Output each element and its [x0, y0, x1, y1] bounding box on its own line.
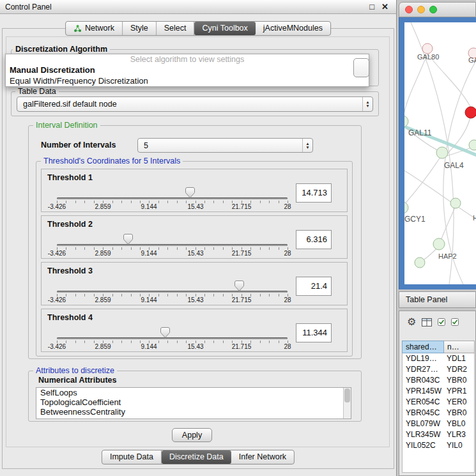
- cell[interactable]: YBL079W: [403, 418, 444, 429]
- bottom-tabstrip: Impute Data Discretize Data Infer Networ…: [102, 450, 295, 464]
- cell[interactable]: YBR0: [444, 408, 466, 418]
- node-bottom[interactable]: [415, 257, 425, 268]
- cell[interactable]: YLR345W: [403, 429, 444, 440]
- column-header-shared-name[interactable]: shared…: [402, 341, 444, 353]
- algorithm-combobox-endcap[interactable]: [353, 58, 369, 77]
- node-gcy1[interactable]: [404, 202, 408, 213]
- num-intervals-stepper-icon[interactable]: ▲▼: [302, 139, 312, 152]
- close-traffic-light-icon[interactable]: [405, 6, 413, 13]
- num-intervals-combobox[interactable]: 5 ▲▼: [137, 138, 313, 153]
- cell[interactable]: YIL052C: [403, 440, 444, 451]
- select-none-checkbox-icon[interactable]: [451, 318, 459, 326]
- cell[interactable]: YBR045C: [403, 408, 444, 418]
- tab-cyni-toolbox[interactable]: Cyni Toolbox: [194, 22, 255, 35]
- tab-network[interactable]: Network: [66, 22, 123, 35]
- node-label-gal4: GAL4: [444, 161, 464, 170]
- cell[interactable]: YPR1: [444, 386, 466, 397]
- tab-jactivemnodules[interactable]: jActiveMNodules: [256, 22, 330, 35]
- cell[interactable]: YDR27…: [403, 364, 444, 375]
- cell[interactable]: YDL19…: [403, 353, 444, 364]
- node-hap2[interactable]: [433, 238, 445, 250]
- node-gal11[interactable]: [404, 116, 408, 127]
- columns-icon[interactable]: [422, 318, 432, 326]
- table-row[interactable]: YER054CYER0: [403, 397, 474, 408]
- threshold-2-slider-thumb[interactable]: [123, 234, 133, 245]
- tab-impute-data[interactable]: Impute Data: [102, 450, 162, 464]
- cell[interactable]: YBR043C: [403, 375, 444, 386]
- threshold-4-label: Threshold 4: [47, 313, 93, 322]
- table-row[interactable]: YDR27…YDR2: [403, 364, 474, 375]
- tab-infer-network[interactable]: Infer Network: [231, 450, 294, 464]
- close-window-icon[interactable]: ✕: [381, 0, 388, 14]
- tick-label: 2.859: [89, 343, 117, 350]
- tick-label: -3.426: [43, 343, 71, 350]
- tab-style[interactable]: Style: [123, 22, 157, 35]
- cell[interactable]: YER054C: [403, 397, 444, 408]
- table-row[interactable]: YBR045CYBR0: [403, 408, 474, 418]
- scrollbar-thumb[interactable]: [344, 388, 350, 403]
- table-row[interactable]: YIL052CYIL0: [403, 440, 474, 451]
- thresholds-group-label: Threshold's Coordinates for 5 Intervals: [41, 157, 183, 165]
- list-item[interactable]: BetweennessCentrality: [36, 407, 351, 417]
- attributes-scrollbar[interactable]: [343, 388, 351, 418]
- algorithm-option-equal-width[interactable]: Equal Width/Frequency Discretization: [6, 75, 369, 86]
- cell[interactable]: YDL1: [444, 353, 466, 364]
- cell[interactable]: YDR2: [444, 364, 467, 375]
- node-mid[interactable]: [450, 198, 461, 208]
- combobox-stepper-icon[interactable]: ▲▼: [362, 97, 372, 111]
- threshold-4-value-field[interactable]: 11.344: [296, 323, 332, 342]
- node-gal4[interactable]: [436, 147, 448, 158]
- column-header-name[interactable]: n…: [444, 341, 475, 353]
- numerical-attributes-list[interactable]: SelfLoops TopologicalCoefficient Between…: [36, 387, 351, 419]
- cell[interactable]: YPR145W: [403, 386, 444, 397]
- network-icon: [73, 24, 82, 33]
- tick-label: -3.426: [43, 296, 71, 303]
- table-row[interactable]: YPR145WYPR1: [403, 386, 474, 397]
- num-intervals-value: 5: [144, 141, 148, 150]
- table-row[interactable]: YLR345WYLR3: [403, 429, 474, 440]
- threshold-3-slider-track[interactable]: [57, 291, 288, 293]
- table-row[interactable]: YDL19…YDL1: [403, 353, 474, 364]
- cell[interactable]: YLR3: [444, 429, 466, 440]
- tab-select-label: Select: [164, 22, 187, 35]
- threshold-4-slider-track[interactable]: [57, 337, 288, 339]
- tab-discretize-data[interactable]: Discretize Data: [162, 450, 231, 464]
- minimize-traffic-light-icon[interactable]: [417, 6, 425, 13]
- float-window-icon[interactable]: □: [369, 0, 374, 14]
- threshold-4-slider-thumb[interactable]: [160, 327, 170, 338]
- gear-icon[interactable]: ⚙: [407, 317, 416, 327]
- algorithm-option-manual[interactable]: Manual Discretization: [6, 65, 369, 75]
- zoom-traffic-light-icon[interactable]: [429, 6, 437, 13]
- threshold-2-slider-track[interactable]: [57, 244, 288, 246]
- network-window-titlebar[interactable]: [399, 2, 476, 17]
- table-body[interactable]: YDL19…YDL1 YDR27…YDR2 YBR043CYBR0 YPR145…: [402, 353, 475, 473]
- tab-style-label: Style: [130, 22, 148, 35]
- threshold-2-value-field[interactable]: 6.316: [296, 230, 332, 249]
- cell[interactable]: YER0: [444, 397, 466, 408]
- algorithm-dropdown-popup: Select algorithm to view settings Manual…: [5, 54, 369, 87]
- network-canvas[interactable]: GAL80 GA GAL11 GAL4 GCY1 HAP2 H: [404, 22, 476, 284]
- node-gal80[interactable]: [422, 43, 433, 54]
- table-panel-title: Table Panel: [406, 295, 447, 304]
- apply-button[interactable]: Apply: [172, 428, 212, 442]
- table-row[interactable]: YBL079WYBL0: [403, 418, 474, 429]
- node-selected-red[interactable]: [465, 107, 476, 118]
- table-panel-titlebar[interactable]: Table Panel: [399, 291, 476, 308]
- threshold-1-label: Threshold 1: [47, 173, 93, 182]
- threshold-3-value-field[interactable]: 21.4: [296, 277, 332, 296]
- threshold-1-slider-thumb[interactable]: [185, 187, 195, 198]
- tab-select[interactable]: Select: [157, 22, 195, 35]
- threshold-3-slider-thumb[interactable]: [234, 280, 244, 291]
- cell[interactable]: YBR0: [444, 375, 466, 386]
- cell[interactable]: YIL0: [444, 440, 463, 451]
- list-item[interactable]: TopologicalCoefficient: [36, 397, 351, 407]
- control-panel-titlebar[interactable]: Control Panel □ ✕: [0, 0, 396, 14]
- threshold-1-value-field[interactable]: 14.713: [296, 183, 332, 203]
- node-right-mid[interactable]: [469, 140, 476, 150]
- threshold-1-slider-track[interactable]: [57, 197, 288, 199]
- select-all-checkbox-icon[interactable]: [438, 318, 445, 326]
- table-row[interactable]: YBR043CYBR0: [403, 375, 474, 386]
- list-item[interactable]: SelfLoops: [36, 388, 351, 397]
- cell[interactable]: YBL0: [444, 418, 465, 429]
- table-data-combobox[interactable]: galFiltered.sif default node ▲▼: [17, 96, 373, 112]
